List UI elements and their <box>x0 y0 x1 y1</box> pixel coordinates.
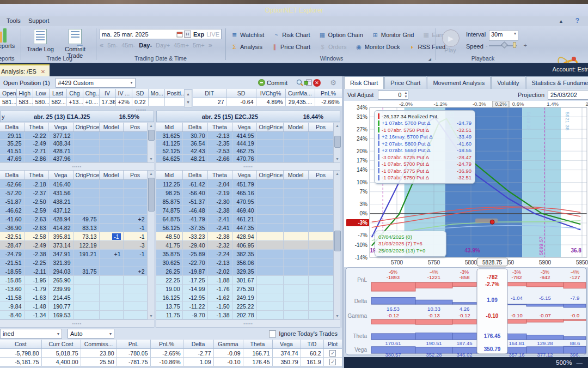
y-tick: 34% <box>357 105 367 111</box>
greek-value-label: -1221 <box>427 274 440 280</box>
chart-tab[interactable]: Movement Analysis <box>427 76 491 89</box>
grid-row: -51.87-2.50438.21 <box>0 197 147 206</box>
greek-bar <box>526 319 564 322</box>
time-step-button[interactable]: 45m- <box>121 42 135 49</box>
exp-label[interactable]: Exp <box>193 31 204 38</box>
time-step-button[interactable]: 45m+ <box>174 42 189 49</box>
window-toggle-button[interactable]: ΣAnalysis <box>231 44 262 50</box>
auto-select[interactable]: Auto▾ <box>68 329 114 339</box>
window-toggle-button[interactable]: ◗RSS Feed <box>408 44 445 50</box>
panel-bottom-grip[interactable]: ▪▪▪▪▪ <box>0 319 154 328</box>
analysis-pane: Open Position (1) #429 Custom▾ Commit ✕ … <box>0 76 342 368</box>
greek-bar <box>526 304 564 306</box>
tab-close-icon[interactable]: ✕ <box>41 69 45 75</box>
greek-bar <box>415 333 452 340</box>
strategy-select[interactable]: #429 Custom▾ <box>56 78 136 88</box>
greek-value-label: 164.81 <box>509 340 524 346</box>
trade-log-group-label: Trade Log <box>25 55 94 62</box>
calls-puts-splitter[interactable]: ▪▪▪▪▪ <box>0 162 154 171</box>
risk-chart[interactable]: 5765.205869.305921.365899.5719.3%43.9%36… <box>344 101 588 267</box>
grid-row: -13.60-1.79239.99 <box>0 285 147 293</box>
expiry-header-e2c[interactable]: abr. 25 (15) E2C.J25 16.44% <box>156 111 340 122</box>
y-tick: 0% <box>360 210 368 216</box>
legend-swatch-icon <box>378 127 379 132</box>
play-button[interactable]: ▶ <box>442 29 460 47</box>
window-toggle-button[interactable]: ◉Monitor Dock <box>356 44 400 51</box>
greeks-canvas[interactable]: PnL-6%-1893-4%-1221-3%-858-3%-782-3%-942… <box>344 267 588 357</box>
time-step-button[interactable]: » <box>209 41 212 49</box>
ribbon-collapse-icon[interactable]: ▲ <box>559 19 564 23</box>
trading-date-input[interactable]: ma. 25 mar. 2025 H Exp LIVE <box>100 29 222 39</box>
position-stats-grid[interactable]: DITSDIVChg%CurrMa...PnL%27-0.644.89%29,4… <box>193 89 342 106</box>
group-expand-icon[interactable]: ◢ <box>428 57 431 62</box>
greek-value-label: -0.10 <box>511 312 523 318</box>
puts-grid[interactable]: MidDeltaThetaVegaOrigPriceModelPos112.25… <box>156 171 334 319</box>
ignore-trades-checkbox[interactable]: Ignore Today's Trades <box>269 330 338 337</box>
window-toggle-button[interactable]: ≣Watchlist <box>231 32 264 39</box>
tab-analysis-es[interactable]: Analysis: /ES✕ <box>0 64 50 77</box>
puts-scrollbar[interactable]: ▲▼ <box>147 171 154 319</box>
time-step-button[interactable]: « <box>100 41 103 49</box>
greek-bar <box>526 282 564 287</box>
legend-entry: -1 07abr. 5700 Put Δ-24.79 <box>378 161 471 168</box>
view-mode-select[interactable]: ined▾ <box>0 329 62 339</box>
greek-bar <box>371 282 415 291</box>
window-toggle-button[interactable]: $Orders <box>319 44 347 50</box>
time-step-button[interactable]: Day+ <box>156 42 170 49</box>
close-position-icon[interactable]: ✕ <box>313 79 321 87</box>
trade-log-button[interactable]: Trade Log <box>25 29 56 52</box>
commit-button[interactable]: Commit <box>258 79 287 86</box>
window-toggle-button[interactable]: ~Risk Chart <box>273 32 310 38</box>
time-icon[interactable]: H <box>184 31 191 38</box>
reports-button[interactable]: eports <box>0 28 20 49</box>
puts-grid[interactable]: DeltaThetaVegaOrigPriceModelPos-62.66-2.… <box>0 171 148 319</box>
zoom-slider[interactable]: — <box>577 359 583 366</box>
window-toggle-button[interactable]: ⊞Monitor Grid <box>372 32 414 39</box>
expiry-header-e1a[interactable]: y abr. 25 (13) E1A.J25 16.59% <box>0 111 154 122</box>
calls-scrollbar[interactable]: ▲▼ <box>333 123 340 162</box>
chart-tab[interactable]: Price Chart <box>384 76 426 89</box>
calls-scrollbar[interactable]: ▲▼ <box>147 123 154 162</box>
chart-tab[interactable]: Risk Chart <box>344 76 384 89</box>
time-step-button[interactable]: 5m- <box>107 42 118 49</box>
panel-bottom-grip[interactable]: ▪▪▪▪▪ <box>156 319 340 328</box>
y-tick: 31% <box>357 114 367 120</box>
settings-gear-icon[interactable]: ⚙ <box>329 79 338 87</box>
menu-tools[interactable]: Tools <box>4 17 23 24</box>
grid-row: -21.51-2.25321.39 <box>0 258 147 267</box>
greek-value-label: 16.53 <box>387 306 400 312</box>
chart-tab[interactable]: Statistics & Fundamentals <box>526 76 588 89</box>
interval-select[interactable]: 30m ▾ <box>489 30 518 41</box>
calls-grid[interactable]: MidDeltaThetaVegaOrigPriceModelPos31.625… <box>156 123 334 162</box>
quote-spinner[interactable]: ▲▼ <box>184 89 192 107</box>
underlying-quote-grid[interactable]: OpenHighLowLastChgChg...IVIV ...SDMo...P… <box>0 89 185 106</box>
title-bar[interactable]: OptionNET Explorer <box>0 4 588 16</box>
projection-date-input[interactable]: 25/03/202 <box>548 90 588 100</box>
commit-trade-button[interactable]: + Commit Trade <box>57 29 94 59</box>
greek-current-value: -0.10 <box>486 313 499 319</box>
help-icon[interactable]: ? <box>575 17 579 25</box>
vol-adjust-stepper[interactable]: 0▲▼ <box>378 91 408 100</box>
time-step-button[interactable]: 5m+ <box>193 42 205 49</box>
desktop-background-strip <box>0 0 588 4</box>
calendar-icon[interactable] <box>176 31 183 38</box>
interval-label: Interval <box>466 31 486 38</box>
greek-current-value: 1.09 <box>487 297 498 303</box>
time-step-button[interactable]: Day- <box>139 42 152 49</box>
play-label: Play <box>441 47 460 53</box>
window-toggle-button[interactable]: ∥Price Chart <box>271 44 310 51</box>
chart-tab[interactable]: Volatility <box>491 76 525 89</box>
menu-support[interactable]: Support <box>26 17 52 24</box>
window-toggle-icon: Σ <box>231 44 238 50</box>
search-icon[interactable] <box>295 79 304 87</box>
calls-grid[interactable]: DeltaThetaVegaOrigPriceModelPos29.11-2.2… <box>0 123 148 162</box>
greeks-panel[interactable]: PnL-6%-1893-4%-1221-3%-858-3%-782-3%-942… <box>344 267 588 357</box>
speed-slider[interactable]: - + <box>489 41 522 49</box>
calls-puts-splitter[interactable]: ▪▪▪▪▪ <box>156 162 340 171</box>
legend-entry: 25/03/2025 (13) T+0 <box>378 247 443 254</box>
puts-scrollbar[interactable]: ▲▼ <box>333 171 340 319</box>
grid-row: -62.66-2.18416.40 <box>0 180 147 189</box>
window-toggle-button[interactable]: ▦Option Chain <box>319 32 363 39</box>
export-grid-icon[interactable] <box>304 79 313 87</box>
position-summary-table[interactable]: CostCurr CostCommiss...PnLPnL%DeltaGamma… <box>0 340 342 366</box>
